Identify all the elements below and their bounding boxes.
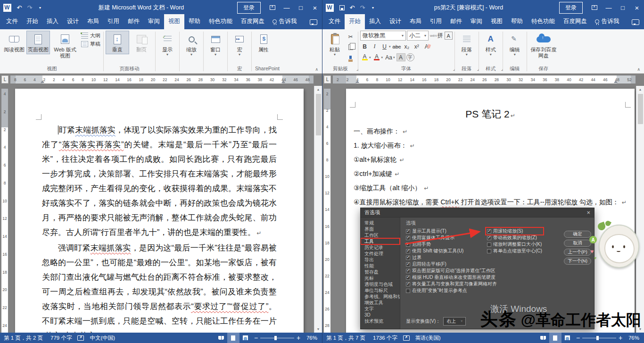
minimize-button[interactable]: — <box>602 0 616 15</box>
read-mode-button[interactable]: 阅读视图 <box>2 31 26 54</box>
ps-checkbox[interactable]: 用滚轮缩放(S) <box>487 229 542 234</box>
minimize-button[interactable]: — <box>280 0 294 15</box>
ps-sidebar-item[interactable]: 技术预览 <box>361 318 400 324</box>
zoom-slider-thumb[interactable] <box>274 336 277 340</box>
ribbon-tab[interactable]: 文件 <box>324 14 345 29</box>
copy-button[interactable] <box>346 42 355 51</box>
collapse-ribbon-button[interactable]: ∧ <box>637 67 640 72</box>
paste-button[interactable]: 粘贴▾ <box>325 31 345 58</box>
change-case-button[interactable]: Aa <box>384 53 393 62</box>
styles-dialog-launcher[interactable]: ⌟ <box>501 67 503 71</box>
ps-checkbox[interactable]: 双击图层蒙版可启动“选择并遮住”工作区 <box>406 268 487 273</box>
ps-checkbox[interactable]: 启用手势 <box>406 242 487 247</box>
ribbon-tab[interactable]: 引用 <box>426 14 446 29</box>
ribbon-display-options-button[interactable] <box>587 0 602 15</box>
ps-sidebar-item[interactable]: 透明度与色域 <box>361 281 400 287</box>
indent-marker-right[interactable] <box>614 80 618 83</box>
doc-title[interactable]: PS 笔记 2↵ <box>354 108 627 121</box>
vertical-scrollbar[interactable]: ▲ ▼ <box>636 86 644 333</box>
ps-sidebar-item[interactable]: 3D <box>361 312 400 318</box>
zoom-slider[interactable] <box>260 333 294 343</box>
close-button[interactable]: × <box>630 0 644 15</box>
ps-checkbox[interactable]: 带动画效果的缩放(Z) <box>487 235 542 240</box>
ps-sidebar-item[interactable]: 工作区 <box>361 232 400 238</box>
show-menu-button[interactable]: 显示▾ <box>157 31 177 58</box>
save-button[interactable] <box>337 2 347 13</box>
ps-dialog-button[interactable]: 确定 <box>564 231 591 238</box>
ps-checkbox[interactable]: 使用富媒体工具提示 <box>406 235 487 240</box>
ribbon-tab[interactable]: 插入 <box>365 14 385 29</box>
zoom-percentage[interactable]: 76% <box>303 333 322 343</box>
font-size-combo[interactable]: 小二▾ <box>407 31 429 41</box>
ps-sidebar-item[interactable]: 单位与标尺 <box>361 287 400 293</box>
ps-dialog-button[interactable]: 取消 <box>564 240 591 247</box>
ribbon-tab[interactable]: 审阅 <box>466 14 487 29</box>
zoom-slider-thumb[interactable] <box>596 336 599 340</box>
comments-icon[interactable] <box>310 19 317 25</box>
paragraph[interactable]: ②ctrl+加减键 ↵ <box>354 167 627 181</box>
print-layout-view-button[interactable] <box>549 333 561 343</box>
italic-button[interactable]: I <box>370 42 379 51</box>
ribbon-tab[interactable]: 开始 <box>345 14 365 29</box>
close-button[interactable]: × <box>308 0 322 15</box>
font-dialog-launcher[interactable]: ⌟ <box>453 67 454 71</box>
ps-checkbox[interactable]: 缩放时调整窗口大小(K) <box>487 242 542 247</box>
ps-sidebar-item[interactable]: 增效工具 <box>361 300 400 306</box>
ps-checkbox[interactable]: 将单击点缩放至中心(C) <box>487 249 542 253</box>
undo-button[interactable]: ↶ <box>347 2 357 13</box>
ps-checkbox[interactable]: 过界 <box>406 255 487 260</box>
quick-access-dropdown[interactable]: ▾ <box>368 2 378 13</box>
paragraph-menu-button[interactable]: 段落▾ <box>457 31 477 58</box>
window-menu-button[interactable]: 窗口▾ <box>206 31 225 58</box>
zoom-in-button[interactable]: + <box>616 334 625 342</box>
editing-menu-button[interactable]: 编辑▾ <box>505 31 525 58</box>
document-page[interactable]: PS 笔记 2↵ 一、画布操作： ↵ 1. 放大缩小画布： ↵ ①alt+鼠标滚… <box>346 89 635 333</box>
macros-button[interactable]: 宏▾ <box>230 31 249 58</box>
text-highlight-color-button[interactable]: A <box>360 53 369 62</box>
clear-formatting-button[interactable]: A <box>422 42 431 51</box>
indent-marker-right[interactable] <box>281 80 285 83</box>
page-indicator[interactable]: 第 1 页，共 2 页 <box>0 333 47 343</box>
ribbon-tab[interactable]: 视图 <box>164 14 184 29</box>
ribbon-tab[interactable]: 百度网盘 <box>237 14 269 29</box>
ribbon-tab[interactable]: 设计 <box>385 14 405 29</box>
zoom-in-button[interactable]: + <box>294 334 303 342</box>
draft-view-button[interactable]: 草稿 <box>81 41 100 48</box>
zoom-percentage[interactable]: 76% <box>625 333 644 343</box>
ps-sidebar-item[interactable]: 历史记录 <box>361 244 400 251</box>
maximize-button[interactable]: □ <box>616 0 630 15</box>
ruler-bar[interactable]: 2246810121416182022242628303234363840424… <box>333 75 636 84</box>
scrollbar-thumb[interactable] <box>316 94 321 135</box>
transform-values-select[interactable]: 右上▾ <box>443 317 466 326</box>
ribbon-tab[interactable]: 帮助 <box>507 14 527 29</box>
ribbon-tab[interactable]: 帮助 <box>184 14 205 29</box>
ps-checkbox[interactable]: 使用 Shift 键切换工具(U) <box>406 249 487 253</box>
paragraph[interactable]: 1. 放大缩小画布： ↵ <box>354 139 627 153</box>
zoom-out-button[interactable]: − <box>574 334 582 342</box>
read-mode-view-button[interactable] <box>537 333 549 343</box>
ribbon-tab[interactable]: 布局 <box>405 14 426 29</box>
character-shading-button[interactable]: A <box>396 53 405 61</box>
language-indicator[interactable]: 中文(中国) <box>86 333 119 343</box>
ribbon-tab[interactable]: 布局 <box>83 14 103 29</box>
ps-checkbox[interactable]: 在使用“变换”时显示参考点 <box>406 288 487 293</box>
ribbon-tab[interactable]: 引用 <box>103 14 124 29</box>
indent-marker-left[interactable] <box>41 80 44 83</box>
ribbon-tab[interactable]: 邮件 <box>446 14 466 29</box>
ps-dialog-button[interactable]: 上一个(P) <box>564 249 591 256</box>
superscript-button[interactable]: x² <box>412 42 421 51</box>
phonetic-guide-button[interactable]: wén拼 <box>429 31 444 40</box>
zoom-slider[interactable] <box>582 333 616 343</box>
font-color-button[interactable]: A <box>372 53 381 62</box>
character-border-button[interactable]: A <box>445 32 453 40</box>
document-page[interactable]: 盯紧末端抓落实，体现了以实际落实效果为重的工作导向，找准了“落实落实再落实”的关… <box>15 89 304 333</box>
ps-sidebar-item[interactable]: 文字 <box>361 306 400 312</box>
bold-button[interactable]: B <box>360 42 369 51</box>
word-count[interactable]: 779 个字 <box>47 333 75 343</box>
undo-button[interactable]: ↶ <box>14 2 25 13</box>
ps-close-icon[interactable]: × <box>586 209 590 216</box>
tab-stop-selector[interactable]: L <box>1 75 8 84</box>
comments-icon[interactable] <box>632 19 639 25</box>
ribbon-tab[interactable]: 审阅 <box>144 14 164 29</box>
side-to-side-button[interactable]: 翻页 <box>130 31 153 54</box>
